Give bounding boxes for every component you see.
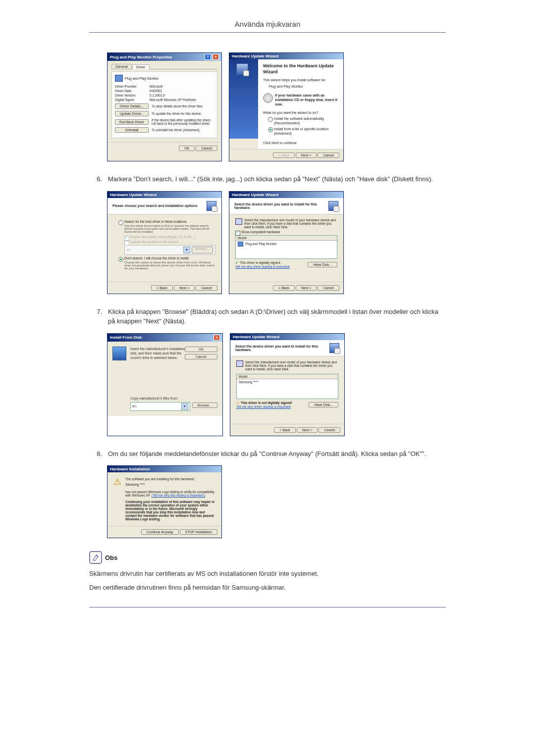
provider-label: Driver Provider: — [115, 85, 150, 88]
wizard-line1: This wizard helps you install software f… — [263, 78, 338, 82]
model-list-header: Model — [237, 374, 338, 379]
back-button[interactable]: < Back — [274, 427, 296, 433]
dialog-title-text: Hardware Installation — [110, 467, 150, 471]
tab-driver[interactable]: Driver — [132, 64, 150, 69]
version-value: 5.1.2001.0 — [150, 94, 165, 97]
signing-link[interactable]: Tell me why driver signing is important — [236, 405, 292, 408]
back-button[interactable]: < Back — [151, 285, 173, 291]
update-driver-button[interactable]: Update Driver... — [115, 111, 149, 116]
hardware-update-wizard-selectdriver-dialog: Hardware Update Wizard Select the device… — [229, 191, 344, 294]
hwinstall-line1: The software you are installing for this… — [125, 477, 215, 481]
stop-installation-button[interactable]: STOP Installation — [180, 529, 217, 535]
step-8-text: Om du ser följande meddelandefönster kli… — [108, 449, 446, 459]
driver-details-button[interactable]: Driver Details... — [115, 103, 149, 109]
cancel-button[interactable]: Cancel — [318, 285, 339, 291]
checkbox-show-compat-label: Show compatible hardware — [241, 230, 280, 234]
cd-icon — [263, 93, 273, 103]
wizard-continue: Click Next to continue. — [263, 141, 338, 145]
signer-label: Digital Signer: — [115, 98, 150, 101]
version-label: Driver Version: — [115, 94, 150, 97]
browse-button[interactable]: Browse... — [192, 403, 217, 408]
wizard-header-text: Please choose your search and installati… — [112, 204, 207, 207]
close-icon[interactable]: × — [213, 54, 219, 60]
step-7-text: Klicka på knappen "Browse" (Bläddra) och… — [108, 307, 446, 326]
next-button[interactable]: Next > — [296, 285, 317, 291]
obs-label: Obs — [105, 554, 117, 561]
obs-paragraph-2: Den certifierade drivrutinen finns på he… — [89, 583, 446, 593]
wizard-device: Plug and Play Monitor — [269, 84, 338, 89]
uninstall-button[interactable]: Uninstall — [115, 127, 149, 133]
model-list-item[interactable]: Samsung **** — [237, 379, 338, 385]
checkbox-show-compat[interactable] — [235, 231, 240, 236]
ok-button[interactable]: OK — [179, 146, 195, 151]
checkbox-include — [124, 241, 129, 246]
device-chip-icon — [329, 343, 339, 353]
model-list-item[interactable]: Plug and Play Monitor — [236, 241, 337, 248]
browse-button-disabled: Browse... — [192, 247, 213, 253]
next-button[interactable]: Next > — [296, 152, 317, 158]
cancel-button[interactable]: Cancel — [196, 285, 217, 291]
ok-button[interactable]: OK — [185, 347, 217, 352]
provider-value: Microsoft — [150, 85, 162, 88]
close-icon[interactable]: × — [214, 335, 220, 341]
dialog-title-bar: Hardware Installation — [107, 466, 221, 472]
dialog-title-text: Hardware Update Wizard — [233, 335, 279, 339]
warning-icon: ⚠ — [113, 477, 122, 486]
help-icon[interactable]: ? — [205, 54, 211, 60]
have-disk-button[interactable]: Have Disk... — [308, 262, 337, 267]
install-from-disk-dialog: Install From Disk × Insert the manufactu… — [107, 333, 223, 436]
dialog-title-text: Hardware Update Wizard — [110, 193, 157, 197]
model-item-text: Plug and Play Monitor — [245, 242, 277, 246]
device-chip-icon — [236, 63, 248, 75]
radio-auto[interactable] — [268, 117, 273, 122]
continue-anyway-button[interactable]: Continue Anyway — [141, 529, 179, 535]
radio-auto-label: Install the software automatically (Reco… — [274, 117, 324, 125]
signed-text: This driver is digitally signed. — [240, 261, 281, 264]
dialog-title-bar: Hardware Update Wizard — [229, 192, 343, 198]
dialog-title-text: Install From Disk — [110, 335, 142, 340]
wizard-heading: Welcome to the Hardware Update Wizard — [263, 63, 338, 75]
step-6-text: Markera "Don't search, I will..." (Sök i… — [108, 174, 446, 184]
wizard-side-graphic — [229, 59, 258, 139]
signer-value: Microsoft Windows XP Publisher — [150, 98, 196, 101]
plug-and-play-monitor-properties-dialog: Plug and Play Monitor Properties ? × Gen… — [107, 52, 222, 161]
hardware-installation-dialog: Hardware Installation ⚠ The software you… — [107, 465, 222, 538]
cancel-button[interactable]: Cancel — [319, 427, 340, 433]
copy-from-path[interactable]: A:\ — [132, 404, 137, 408]
dialog-title-bar: Hardware Update Wizard — [107, 192, 221, 198]
update-driver-desc: To update the driver for this device. — [152, 112, 214, 115]
step-7-number: 7. — [89, 307, 108, 326]
signing-link[interactable]: Tell me why driver signing is important — [235, 265, 290, 268]
radio-search[interactable] — [118, 220, 123, 225]
next-button[interactable]: Next > — [174, 285, 195, 291]
model-list-header: Model — [236, 236, 337, 241]
back-button[interactable]: < Back — [273, 285, 295, 291]
radio-dont-search-label: Don't search. I will choose the driver t… — [124, 256, 190, 260]
device-chip-icon — [328, 201, 338, 211]
dialog-title-text: Hardware Update Wizard — [232, 54, 278, 58]
dialog-title-bar: Hardware Update Wizard — [229, 53, 343, 59]
radio-list-label: Install from a list or specific location… — [274, 127, 328, 135]
step-6-number: 6. — [89, 174, 108, 184]
floppy-disk-icon — [112, 347, 126, 360]
cancel-button[interactable]: Cancel — [185, 354, 217, 359]
logo-testing-link[interactable]: (Tell me why this testing is important.) — [152, 494, 205, 497]
have-disk-button[interactable]: Have Disk... — [309, 402, 338, 407]
radio-dont-search-note: Choose this option to select the device … — [124, 261, 215, 270]
path-dropdown-arrow[interactable]: ▼ — [181, 403, 188, 410]
radio-dont-search[interactable] — [118, 257, 123, 262]
cancel-button[interactable]: Cancel — [318, 152, 339, 158]
hardware-update-wizard-selectdriver2-dialog: Hardware Update Wizard Select the device… — [230, 333, 345, 436]
tab-general[interactable]: General — [111, 64, 132, 69]
dialog-title-text: Hardware Update Wizard — [232, 193, 278, 197]
roll-back-driver-button[interactable]: Roll Back Driver — [115, 119, 149, 125]
radio-search-note: Use the check boxes below to limit or ex… — [124, 224, 215, 233]
device-icon — [235, 218, 242, 225]
dialog-title-text: Plug and Play Monitor Properties — [110, 55, 172, 59]
radio-search-label: Search for the best driver in these loca… — [124, 220, 187, 223]
next-button[interactable]: Next > — [297, 427, 318, 433]
cancel-button[interactable]: Cancel — [196, 146, 217, 151]
radio-list[interactable] — [268, 127, 273, 132]
cd-hint: If your hardware came with an installati… — [275, 93, 338, 106]
uninstall-desc: To uninstall the driver (Advanced). — [152, 128, 214, 132]
